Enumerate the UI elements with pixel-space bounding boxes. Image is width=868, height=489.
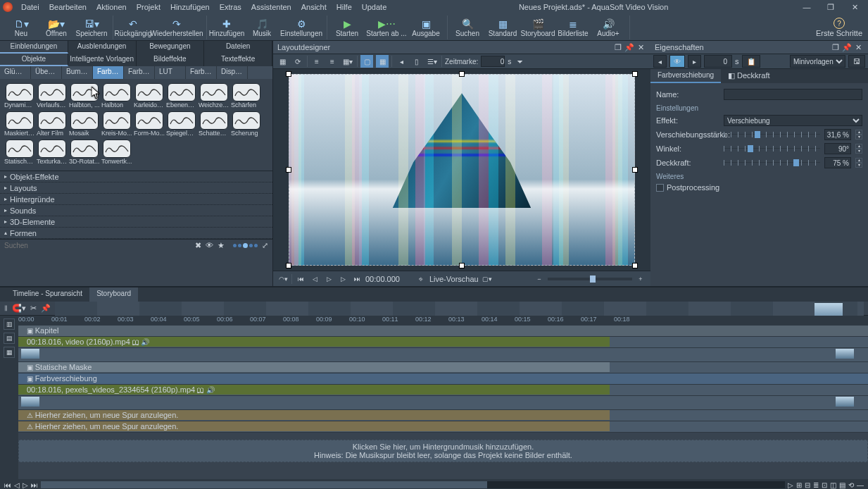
tab-bewegungen[interactable]: Bewegungen (137, 41, 205, 54)
design-canvas[interactable] (286, 71, 638, 268)
tab-dateien[interactable]: Dateien (204, 41, 272, 54)
tl-nav-prev-button[interactable]: ◁ (14, 481, 20, 489)
prev-object-button[interactable]: ◂ (653, 55, 667, 68)
search-button[interactable]: 🔍Suchen (451, 16, 484, 39)
maximize-button[interactable]: ❐ (820, 1, 841, 13)
cat-farbverschiebung[interactable]: Farbversc... (93, 66, 124, 79)
zoom-out-button[interactable]: − (534, 273, 545, 285)
grid-toggle-button[interactable]: ▦ (276, 55, 289, 68)
effect-thumb-15[interactable]: Scherung (231, 111, 262, 138)
trackside-btn-1[interactable]: ▥ (4, 318, 15, 330)
music-button[interactable]: 🎵Musik (245, 16, 279, 39)
effect-thumb-17[interactable]: Texturkac... (37, 140, 68, 166)
menu-extras[interactable]: Extras (215, 1, 246, 13)
trackside-btn-2[interactable]: ▤ (4, 333, 15, 344)
cat-gluehende[interactable]: Glühende... (0, 66, 31, 79)
new-button[interactable]: 🗋▾Neu (4, 16, 38, 39)
tl-nav-next-button[interactable]: ▷ (23, 481, 28, 489)
effect-thumb-18[interactable]: 3D-Rotat... (69, 140, 100, 166)
live-preview-toggle[interactable]: ⎆ (415, 273, 427, 285)
track-mask[interactable]: ▣ Statische Maske (18, 362, 868, 373)
menu-projekt[interactable]: Projekt (132, 1, 165, 13)
storyboard-view-button[interactable]: 🎬Storyboard (521, 16, 555, 39)
designer-pin-icon[interactable]: 📌 (624, 43, 635, 52)
resize-handle-r[interactable] (632, 167, 638, 173)
resize-handle-br[interactable] (632, 263, 638, 268)
designer-close-icon[interactable]: ✕ (635, 43, 646, 52)
settings-button[interactable]: ⚙Einstellungen (280, 16, 322, 39)
timeline-tab-storyboard[interactable]: Storyboard (89, 287, 138, 302)
cat-farbredu[interactable]: Farbredu... (186, 66, 217, 79)
selection-mode-button[interactable]: ▢ (360, 55, 373, 68)
track-new-2[interactable]: ⚠ Hierher ziehen, um neue Spur anzulegen… (18, 421, 868, 433)
effect-thumb-9[interactable]: Alter Film (37, 111, 68, 138)
expand-icon[interactable]: ⤢ (262, 241, 268, 250)
resize-handle-tr[interactable] (632, 71, 638, 77)
track-video1[interactable]: 00:18.016, video (2160p).mp4 🕮 🔊 (18, 337, 868, 348)
undo-button[interactable]: ↶Rückgängig (116, 16, 150, 39)
subtab-objekte[interactable]: Objekte (0, 54, 68, 66)
start-from-button[interactable]: ▶⋯Starten ab ... (365, 16, 408, 39)
cut-icon[interactable]: ✂ (30, 304, 37, 313)
align-left-button[interactable]: ≡ (310, 55, 323, 68)
preview-mode-dropdown[interactable]: ▢▾ (482, 273, 493, 285)
acc-hintergruende[interactable]: ▸Hintergründe (0, 194, 272, 205)
zeitmarke-dropdown[interactable]: ⏷ (514, 55, 527, 68)
effect-thumb-14[interactable]: Schatten-... (199, 111, 229, 138)
output-button[interactable]: ▣Ausgabe (409, 16, 443, 39)
curve-mode-button[interactable]: ◠▾ (277, 273, 289, 285)
verschiebung-spinner[interactable]: ▴▾ (855, 130, 862, 140)
track-video2[interactable]: 00:18.016, pexels_videos_2334654 (2160p)… (18, 385, 868, 396)
menu-datei[interactable]: Datei (17, 1, 44, 13)
timeline-scrollbar[interactable] (41, 481, 785, 488)
layer-dropdown[interactable]: ☰▾ (426, 55, 439, 68)
cat-lut[interactable]: LUT (155, 66, 186, 79)
timeline-tab-spuransicht[interactable]: Timeline - Spuransicht (6, 287, 89, 302)
start-button[interactable]: ▶Starten (330, 16, 364, 39)
tlopt-3[interactable]: ⊟ (805, 481, 810, 489)
tlopt-9[interactable]: — (857, 481, 864, 489)
play-button[interactable]: ▷ (323, 273, 334, 285)
cat-ueberstrah[interactable]: Überstrah... (31, 66, 62, 79)
effect-thumb-0[interactable]: Dynamisc... (4, 83, 35, 110)
track-kapitel[interactable]: ▣ Kapitel (18, 326, 868, 337)
track-new-1[interactable]: ⚠ Hierher ziehen, um neue Spur anzulegen… (18, 410, 868, 421)
redo-button[interactable]: ↷Wiederherstellen (151, 16, 202, 39)
effect-thumb-16[interactable]: Statische ... (4, 140, 35, 166)
subtab-bildeffekte[interactable]: Bildeffekte (137, 54, 205, 66)
menu-update[interactable]: Update (358, 1, 391, 13)
star-icon[interactable]: ★ (218, 241, 225, 250)
time-ruler[interactable]: 00:0000:0100:0200:0300:0400:0500:0600:07… (18, 316, 868, 326)
wand-icon[interactable]: ✖ (195, 241, 201, 250)
cat-farbeffekte[interactable]: Farbeffekte (124, 66, 155, 79)
next-object-button[interactable]: ▸ (688, 55, 701, 68)
storyboard-thumbnail[interactable] (814, 303, 843, 316)
effect-thumb-13[interactable]: Spiegelung (166, 111, 197, 138)
grid-dropdown[interactable]: ▦▾ (341, 55, 354, 68)
tlopt-1[interactable]: ▷ (788, 481, 793, 489)
thumbnail-zoom-slider[interactable] (233, 241, 258, 250)
caret-left-button[interactable]: ◂ (395, 55, 408, 68)
props-time-value[interactable]: 0 (704, 55, 732, 68)
save-template-button[interactable]: 🖫 (848, 55, 865, 68)
effekt-select[interactable]: Verschiebung (724, 115, 862, 126)
subtab-vorlagen[interactable]: Intelligente Vorlagen (68, 54, 137, 66)
resize-handle-b[interactable] (459, 263, 465, 268)
cat-bumpmap[interactable]: Bumpma... (62, 66, 93, 79)
effect-thumb-19[interactable]: Tonwertk... (101, 140, 132, 166)
menu-ansicht[interactable]: Ansicht (297, 1, 331, 13)
align-center-button[interactable]: ≡ (326, 55, 339, 68)
step-back-button[interactable]: ◁ (309, 273, 320, 285)
tlopt-2[interactable]: ⊞ (796, 481, 802, 489)
zeitmarke-input[interactable] (481, 56, 505, 67)
add-button[interactable]: ✚Hinzufügen (210, 16, 244, 39)
goto-start-button[interactable]: ⏮ (295, 273, 306, 285)
verschiebung-slider[interactable] (724, 130, 820, 140)
rotate-button[interactable]: ⟳ (291, 55, 304, 68)
standard-view-button[interactable]: ▦Standard (486, 16, 520, 39)
resize-handle-t[interactable] (459, 71, 465, 77)
effect-thumb-12[interactable]: Form-Mo... (134, 111, 165, 138)
acc-objekt-effekte[interactable]: ▸Objekt-Effekte (0, 171, 272, 182)
effect-thumb-7[interactable]: Schärfen (231, 83, 262, 110)
effect-thumb-10[interactable]: Mosaik (69, 111, 100, 138)
